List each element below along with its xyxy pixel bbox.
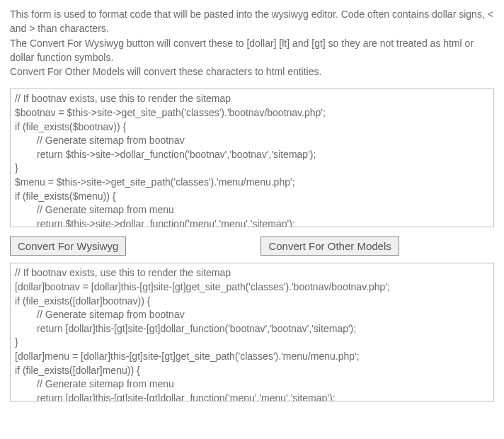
convert-other-models-button[interactable]: Convert For Other Models <box>260 236 399 256</box>
input-code-container <box>10 89 494 229</box>
button-row: Convert For Wysiwyg Convert For Other Mo… <box>10 236 494 256</box>
convert-wysiwyg-button[interactable]: Convert For Wysiwyg <box>10 236 126 256</box>
description-line-2: The Convert For Wysiwyg button will conv… <box>10 36 494 65</box>
form-description: This form is used to format code that wi… <box>10 7 494 79</box>
output-code-textarea[interactable] <box>10 263 494 401</box>
output-code-container <box>10 263 494 404</box>
description-line-3: Convert For Other Models will convert th… <box>10 64 494 79</box>
input-code-textarea[interactable] <box>10 89 494 227</box>
description-line-1: This form is used to format code that wi… <box>10 7 494 36</box>
